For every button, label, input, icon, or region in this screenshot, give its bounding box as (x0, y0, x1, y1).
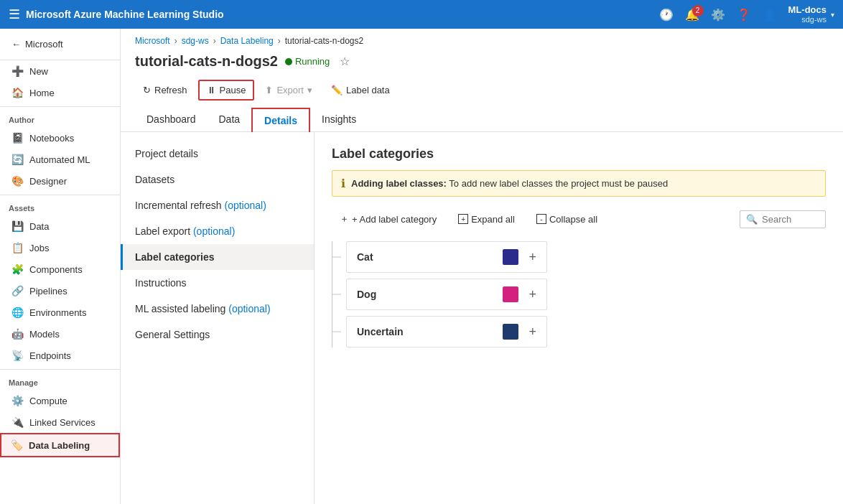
sidebar-item-endpoints[interactable]: 📡 Endpoints (0, 345, 120, 366)
user-details: ML-docs sdg-ws (788, 4, 826, 25)
left-nav-incremental-refresh[interactable]: Incremental refresh (optional) (121, 192, 314, 218)
page-header: tutorial-cats-n-dogs2 Running ☆ (121, 50, 843, 77)
sidebar-item-designer[interactable]: 🎨 Designer (0, 170, 120, 192)
add-icon: ＋ (340, 213, 349, 225)
sidebar-divider-1 (0, 106, 120, 107)
topbar-title: Microsoft Azure Machine Learning Studio (26, 9, 224, 20)
label-export-link[interactable]: (optional) (193, 225, 235, 237)
section-label-author: Author (0, 110, 120, 127)
category-add-dog[interactable]: + (528, 287, 536, 302)
sidebar-item-label-components: Components (29, 264, 83, 275)
left-nav-project-details[interactable]: Project details (121, 141, 314, 167)
environments-icon: 🌐 (11, 307, 24, 318)
sidebar-item-label-designer: Designer (29, 176, 67, 187)
sidebar-item-notebooks[interactable]: 📓 Notebooks (0, 127, 120, 149)
pause-button[interactable]: ⏸ Pause (198, 80, 255, 101)
breadcrumb-current: tutorial-cats-n-dogs2 (285, 36, 363, 46)
sidebar-item-home[interactable]: 🏠 Home (0, 82, 120, 103)
sidebar-item-label-models: Models (29, 329, 60, 340)
sidebar-item-label-endpoints: Endpoints (29, 350, 71, 361)
collapse-all-button[interactable]: - Collapse all (528, 210, 605, 229)
refresh-button[interactable]: ↻ Refresh (135, 80, 195, 100)
search-input[interactable] (762, 214, 819, 225)
pause-icon: ⏸ (207, 85, 216, 95)
sidebar-item-data[interactable]: 💾 Data (0, 215, 120, 237)
sidebar-item-new[interactable]: ➕ New (0, 60, 120, 82)
sidebar-item-components[interactable]: 🧩 Components (0, 258, 120, 280)
category-color-dog[interactable] (503, 286, 518, 302)
section-label-manage: Manage (0, 373, 120, 390)
sidebar-item-jobs[interactable]: 📋 Jobs (0, 237, 120, 258)
sidebar-item-pipelines[interactable]: 🔗 Pipelines (0, 280, 120, 302)
category-item-uncertain: Uncertain + (346, 316, 547, 347)
hamburger-icon[interactable]: ☰ (9, 6, 20, 22)
automated-ml-icon: 🔄 (11, 154, 24, 165)
tab-details[interactable]: Details (251, 108, 310, 132)
label-data-button[interactable]: ✏️ Label data (323, 80, 398, 100)
category-toolbar: ＋ + Add label category + Expand all - Co… (332, 208, 826, 230)
sidebar-microsoft[interactable]: ← Microsoft (6, 34, 114, 54)
tab-data[interactable]: Data (208, 108, 252, 132)
back-arrow-icon: ← (11, 39, 21, 50)
expand-all-button[interactable]: + Expand all (450, 210, 523, 229)
sidebar-item-compute[interactable]: ⚙️ Compute (0, 390, 120, 411)
info-detail: To add new label classes the project mus… (449, 178, 668, 189)
models-icon: 🤖 (11, 328, 24, 340)
export-button[interactable]: ⬆ Export ▾ (257, 80, 320, 100)
left-nav-datasets[interactable]: Datasets (121, 167, 314, 192)
export-label: Export (276, 85, 304, 95)
category-add-cat[interactable]: + (528, 250, 536, 265)
info-banner: ℹ Adding label classes: To add new label… (332, 170, 826, 197)
tab-insights[interactable]: Insights (310, 108, 368, 132)
compute-icon: ⚙️ (11, 395, 24, 406)
designer-icon: 🎨 (11, 175, 24, 187)
ml-assisted-link[interactable]: (optional) (228, 303, 270, 314)
refresh-label: Refresh (154, 85, 187, 95)
user-icon[interactable]: 👤 (763, 8, 777, 22)
left-nav-label-categories[interactable]: Label categories (121, 244, 314, 270)
category-item-cat: Cat + (346, 241, 547, 273)
label-data-label: Label data (346, 85, 390, 95)
notification-icon[interactable]: 🔔 2 (685, 8, 699, 22)
settings-icon[interactable]: ⚙️ (711, 8, 725, 22)
breadcrumb-sdg-ws[interactable]: sdg-ws (182, 36, 209, 46)
left-nav-ml-assisted[interactable]: ML assisted labeling (optional) (121, 296, 314, 322)
tab-dashboard[interactable]: Dashboard (135, 108, 208, 132)
breadcrumb-microsoft[interactable]: Microsoft (135, 36, 170, 46)
clock-icon[interactable]: 🕐 (659, 8, 674, 22)
left-nav-label-export[interactable]: Label export (optional) (121, 218, 314, 244)
left-nav-general-settings[interactable]: General Settings (121, 322, 314, 347)
category-color-cat[interactable] (503, 249, 518, 265)
sidebar-item-environments[interactable]: 🌐 Environments (0, 302, 120, 323)
sidebar-item-label-home: Home (29, 88, 55, 98)
add-label-category-button[interactable]: ＋ + Add label category (332, 208, 444, 230)
topbar-right: 🕐 🔔 2 ⚙️ ❓ 👤 ML-docs sdg-ws ▾ (659, 4, 834, 25)
page-title: tutorial-cats-n-dogs2 (135, 53, 278, 70)
category-item-dog: Dog + (346, 279, 547, 310)
sidebar-item-automated-ml[interactable]: 🔄 Automated ML (0, 149, 120, 170)
left-nav-instructions[interactable]: Instructions (121, 270, 314, 296)
chevron-down-icon: ▾ (831, 11, 834, 19)
sidebar-top: ← Microsoft (0, 29, 120, 60)
help-icon[interactable]: ❓ (737, 8, 751, 22)
pipelines-icon: 🔗 (11, 285, 24, 297)
add-label-text: + Add label category (352, 214, 437, 225)
jobs-icon: 📋 (11, 242, 24, 253)
sidebar-item-linked-services[interactable]: 🔌 Linked Services (0, 411, 120, 433)
components-icon: 🧩 (11, 263, 24, 275)
sidebar-item-models[interactable]: 🤖 Models (0, 323, 120, 345)
status-badge: Running (285, 56, 330, 67)
sidebar-item-label-data-labeling: Data Labeling (29, 440, 90, 451)
category-add-uncertain[interactable]: + (528, 325, 536, 340)
breadcrumb-data-labeling[interactable]: Data Labeling (220, 36, 274, 46)
toolbar: ↻ Refresh ⏸ Pause ⬆ Export ▾ ✏️ Label da… (121, 77, 843, 108)
incremental-refresh-link[interactable]: (optional) (225, 200, 266, 211)
sidebar-item-data-labeling[interactable]: 🏷️ Data Labeling (0, 433, 120, 457)
user-name: ML-docs (788, 4, 826, 16)
user-area[interactable]: ML-docs sdg-ws ▾ (788, 4, 834, 25)
sidebar-item-label-automated-ml: Automated ML (29, 154, 90, 165)
category-color-uncertain[interactable] (503, 324, 518, 340)
star-icon[interactable]: ☆ (340, 55, 350, 68)
info-icon: ℹ (341, 177, 345, 190)
refresh-icon: ↻ (143, 85, 151, 95)
